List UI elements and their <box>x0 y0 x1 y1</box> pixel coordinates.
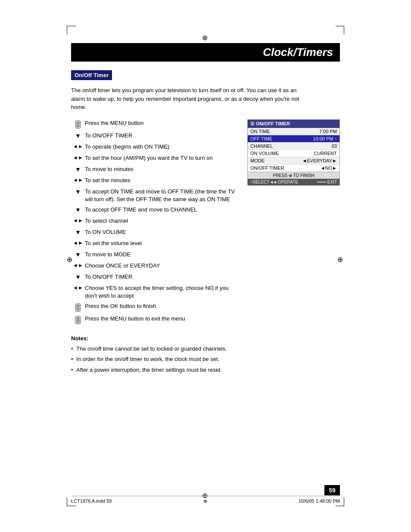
menu-nav-select: ÷SELECT◄►OPERATE <box>250 180 298 184</box>
instruction-row-4: ▼To move to minutes <box>71 165 239 174</box>
corner-mark-tr-v <box>344 26 344 34</box>
menu-press-bar: PRESS ⊕ TO FINISH <box>248 172 339 179</box>
menu-row-1: OFF TIME10:00 PM ↑ <box>248 135 339 143</box>
corner-mark-bl-v <box>67 498 67 506</box>
instruction-icon-8: ◄► <box>71 217 85 224</box>
down-arrow-icon: ▼ <box>75 206 81 213</box>
instruction-icon-2: ◄► <box>71 143 85 149</box>
instruction-icon-3: ◄► <box>71 154 85 161</box>
corner-mark-br-h <box>336 506 344 506</box>
menu-row-value-1: 10:00 PM ↑ <box>313 136 337 141</box>
menu-panel: ① ON/OFF TIMER ON TIME7:00 PMOFF TIME10:… <box>247 119 340 186</box>
instruction-text-13: To ON/OFF TIMER <box>85 273 239 281</box>
down-arrow-icon: ▼ <box>75 166 81 173</box>
remote-icon <box>73 303 83 312</box>
main-layout: Press the MENU button▼To ON/OFF TIMER◄►T… <box>71 119 340 328</box>
menu-row-2: CHANNEL03 <box>248 143 339 150</box>
menu-row-4: MODE◄EVERYDAY► <box>248 157 339 165</box>
instruction-row-8: ◄►To select channel <box>71 217 239 226</box>
instruction-row-1: ▼To ON/OFF TIMER <box>71 132 239 140</box>
menu-nav-exit: ═══ EXIT <box>317 180 337 184</box>
footer-left: LCT1976 A.indd 59 <box>71 498 112 504</box>
lr-arrow-icon: ◄► <box>73 262 83 268</box>
instructions-list: Press the MENU button▼To ON/OFF TIMER◄►T… <box>71 119 239 328</box>
svg-point-12 <box>77 320 78 322</box>
down-arrow-icon: ▼ <box>75 229 81 236</box>
instruction-text-3: To set the hour (AM/PM) you want the TV … <box>85 154 239 162</box>
instruction-icon-13: ▼ <box>71 273 85 280</box>
instruction-row-14: ◄►Choose YES to accept the timer setting… <box>71 284 239 300</box>
menu-row-0: ON TIME7:00 PM <box>248 128 339 135</box>
menu-row-value-5: ◄NO► <box>321 165 337 171</box>
menu-nav-bar: ÷SELECT◄►OPERATE ═══ EXIT <box>248 179 339 185</box>
menu-row-label-3: ON VOLUME <box>250 151 279 156</box>
instruction-icon-11: ▼ <box>71 251 85 258</box>
menu-rows: ON TIME7:00 PMOFF TIME10:00 PM ↑CHANNEL0… <box>248 128 339 172</box>
corner-mark-tl-h <box>67 26 76 26</box>
instruction-row-16: Press the MENU button to exit the menu <box>71 315 239 325</box>
menu-row-5: ON/OFF TIMER◄NO► <box>248 165 339 172</box>
corner-mark-bl-h <box>67 506 76 506</box>
menu-row-value-4: ◄EVERYDAY► <box>302 158 337 163</box>
intro-text: The on/off timer lets you program your t… <box>71 86 304 112</box>
notes-title: Notes: <box>71 335 340 342</box>
instruction-text-10: To set the volume level <box>85 240 239 247</box>
svg-point-13 <box>78 320 80 322</box>
lr-arrow-icon: ◄► <box>73 143 83 149</box>
instruction-row-12: ◄►Choose ONCE or EVERYDAY <box>71 262 239 271</box>
instruction-text-5: To set the minutes <box>85 177 239 184</box>
note-item-2: After a power interruption, the timer se… <box>71 366 340 374</box>
menu-row-label-5: ON/OFF TIMER <box>250 165 284 171</box>
instruction-icon-5: ◄► <box>71 177 85 183</box>
instruction-text-8: To select channel <box>85 217 239 225</box>
page-title: Clock/Timers <box>71 43 340 62</box>
instruction-text-6: To accept ON TIME and move to OFF TIME (… <box>85 188 239 203</box>
remote-icon <box>73 120 83 129</box>
page-content: Clock/Timers On/Off Timer The on/off tim… <box>71 43 340 376</box>
footer-right: 10/6/05 1:48:05 PM <box>299 498 340 504</box>
menu-row-value-0: 7:00 PM <box>319 129 337 134</box>
menu-row-value-2: 03 <box>332 143 337 149</box>
instruction-row-10: ◄►To set the volume level <box>71 240 239 248</box>
instruction-row-6: ▼To accept ON TIME and move to OFF TIME … <box>71 188 239 203</box>
instruction-text-7: To accept OFF TIME and move to CHANNEL <box>85 206 239 214</box>
instruction-text-11: To move to MODE <box>85 251 239 258</box>
instruction-icon-14: ◄► <box>71 284 85 291</box>
crossmark-top <box>202 34 209 40</box>
svg-rect-6 <box>77 305 79 307</box>
section-heading: On/Off Timer <box>71 70 112 80</box>
corner-mark-tl-v <box>67 26 67 34</box>
svg-point-3 <box>78 124 80 126</box>
instruction-text-15: Press the OK button to finish <box>85 302 239 310</box>
svg-point-7 <box>77 308 78 309</box>
lr-arrow-icon: ◄► <box>73 177 83 183</box>
note-item-0: The on/off time cannot be set to locked … <box>71 345 340 353</box>
notes-section: Notes: The on/off time cannot be set to … <box>71 335 340 374</box>
menu-row-3: ON VOLUMECURRENT <box>248 150 339 157</box>
svg-point-2 <box>77 124 78 126</box>
instruction-text-9: To ON VOLUME <box>85 228 239 236</box>
instruction-row-11: ▼To move to MODE <box>71 251 239 259</box>
instruction-text-0: Press the MENU button <box>85 119 239 127</box>
lr-arrow-icon: ◄► <box>73 240 83 246</box>
instruction-row-0: Press the MENU button <box>71 119 239 129</box>
instruction-text-1: To ON/OFF TIMER <box>85 132 239 140</box>
instruction-text-14: Choose YES to accept the timer setting, … <box>85 284 239 300</box>
instruction-text-2: To operate (begins with ON TIME) <box>85 143 239 151</box>
down-arrow-icon: ▼ <box>75 188 81 195</box>
svg-point-4 <box>78 126 79 127</box>
svg-point-9 <box>78 309 79 311</box>
menu-row-label-1: OFF TIME <box>250 136 272 141</box>
instruction-row-13: ▼To ON/OFF TIMER <box>71 273 239 282</box>
corner-mark-br-v <box>344 498 344 506</box>
down-arrow-icon: ▼ <box>75 132 81 139</box>
instruction-text-12: Choose ONCE or EVERYDAY <box>85 262 239 270</box>
instruction-icon-10: ◄► <box>71 240 85 246</box>
instruction-icon-12: ◄► <box>71 262 85 268</box>
instruction-row-15: Press the OK button to finish <box>71 302 239 312</box>
corner-mark-tr-h <box>336 26 344 26</box>
down-arrow-icon: ▼ <box>75 251 81 258</box>
menu-row-label-0: ON TIME <box>250 129 270 134</box>
footer-crossmark: ⊕ <box>203 498 207 504</box>
instruction-text-16: Press the MENU button to exit the menu <box>85 315 239 323</box>
